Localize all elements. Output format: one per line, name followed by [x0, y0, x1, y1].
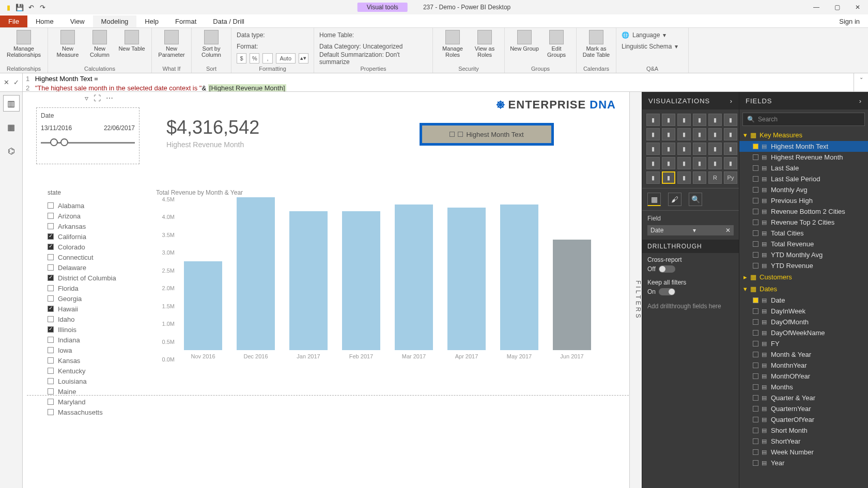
checkbox[interactable]: [753, 449, 758, 455]
checkbox[interactable]: [753, 219, 758, 225]
state-option[interactable]: Hawaii: [48, 304, 146, 314]
checkbox[interactable]: [48, 285, 54, 291]
field-item[interactable]: ▤Months: [739, 382, 868, 392]
collapse-pane-icon[interactable]: ›: [859, 97, 862, 105]
checkbox[interactable]: [48, 368, 54, 374]
viz-type-icon[interactable]: ▮: [677, 157, 691, 169]
field-item[interactable]: ▤Revenue Top 2 Cities: [739, 217, 868, 228]
chart-bar[interactable]: Nov 2016: [184, 261, 222, 359]
field-item[interactable]: ▤ShortYear: [739, 436, 868, 447]
chart-bar[interactable]: Mar 2017: [395, 204, 433, 359]
chevron-down-icon[interactable]: ▾: [693, 227, 696, 234]
viz-type-icon[interactable]: ▮: [693, 114, 706, 126]
chart-bar[interactable]: Feb 2017: [342, 211, 380, 359]
field-item[interactable]: ▤QuarternYear: [739, 403, 868, 414]
state-option[interactable]: Louisiana: [48, 376, 146, 386]
viz-type-icon[interactable]: ▮: [646, 128, 660, 140]
checkbox[interactable]: [753, 187, 758, 193]
checkbox[interactable]: [48, 409, 54, 415]
state-option[interactable]: Massachusetts: [48, 407, 146, 417]
viz-type-icon[interactable]: ▮: [662, 128, 675, 140]
state-slicer[interactable]: state AlabamaArizonaArkansasCaliforniaCo…: [48, 189, 146, 417]
cross-report-toggle[interactable]: [659, 265, 675, 273]
chart-bar[interactable]: Apr 2017: [447, 208, 486, 359]
checkbox[interactable]: [753, 417, 758, 422]
field-item[interactable]: ▤Total Cities: [739, 228, 868, 239]
new-table-button[interactable]: New Table: [117, 30, 146, 52]
state-option[interactable]: Florida: [48, 283, 146, 293]
expand-formula-icon[interactable]: ⌄: [854, 73, 868, 91]
viz-type-icon[interactable]: ▮: [662, 114, 675, 126]
checkbox[interactable]: [48, 202, 54, 209]
checkbox[interactable]: [753, 395, 758, 401]
field-item[interactable]: ▤Highest Revenue Month: [739, 152, 868, 163]
decimals-input[interactable]: Auto: [276, 53, 296, 64]
mark-date-table-button[interactable]: Mark as Date Table: [582, 30, 611, 58]
tab-modeling[interactable]: Modeling: [93, 15, 137, 27]
maximize-button[interactable]: ▢: [827, 0, 847, 14]
viz-type-icon[interactable]: ▮: [662, 157, 675, 169]
viz-type-icon[interactable]: ▮: [724, 114, 737, 126]
checkbox[interactable]: [753, 165, 758, 171]
field-item[interactable]: ▤Month & Year: [739, 349, 868, 360]
drillthrough-dropzone[interactable]: Add drillthrough fields here: [642, 298, 739, 314]
sign-in-link[interactable]: Sign in: [831, 15, 868, 27]
summarization-dropdown[interactable]: Default Summarization: Don't summarize: [319, 53, 427, 64]
checkbox[interactable]: [753, 198, 758, 203]
save-icon[interactable]: 💾: [16, 3, 24, 11]
chart-bar[interactable]: May 2017: [500, 204, 538, 359]
field-item[interactable]: ▤DayOfWeekName: [739, 327, 868, 338]
field-item[interactable]: ▤Revenue Bottom 2 Cities: [739, 206, 868, 217]
viz-type-icon[interactable]: ▮: [646, 114, 660, 126]
formula-input[interactable]: 1 Highest Month Text = 2 "The highest sa…: [23, 73, 854, 91]
checkbox[interactable]: [753, 230, 758, 236]
state-option[interactable]: California: [48, 231, 146, 242]
field-item[interactable]: ▤DayOfMonth: [739, 317, 868, 327]
checkbox[interactable]: [48, 275, 54, 281]
viz-type-icon[interactable]: ▮: [693, 128, 706, 140]
new-measure-button[interactable]: New Measure: [53, 30, 82, 58]
viz-type-icon[interactable]: ▮: [662, 143, 675, 155]
viz-type-icon[interactable]: R: [708, 171, 722, 184]
report-canvas[interactable]: ▿ ⛶ ⋯ ⎈ENTERPRISE DNA Date 13/11/2016 22…: [23, 92, 642, 488]
redo-icon[interactable]: ↷: [38, 3, 47, 11]
checkbox[interactable]: [48, 347, 54, 353]
checkbox[interactable]: [48, 337, 54, 343]
state-option[interactable]: Kentucky: [48, 366, 146, 376]
viz-type-icon[interactable]: ▮: [677, 114, 691, 126]
checkbox[interactable]: [753, 319, 758, 325]
checkbox[interactable]: [48, 244, 54, 250]
file-tab[interactable]: File: [0, 15, 27, 27]
checkbox[interactable]: [753, 352, 758, 357]
checkbox[interactable]: [753, 154, 758, 160]
checkbox[interactable]: [48, 223, 54, 229]
state-option[interactable]: Iowa: [48, 345, 146, 355]
state-option[interactable]: Alabama: [48, 200, 146, 211]
new-group-button[interactable]: New Group: [510, 30, 539, 52]
field-item[interactable]: ▤MonthnYear: [739, 360, 868, 371]
field-table[interactable]: ▸▦ Customers: [739, 271, 868, 283]
undo-icon[interactable]: ↶: [27, 3, 35, 11]
viz-type-icon[interactable]: ▮: [724, 143, 737, 155]
manage-relationships-button[interactable]: Manage Relationships: [5, 30, 42, 58]
field-item[interactable]: ▤YTD Monthly Avg: [739, 249, 868, 260]
field-item[interactable]: ▤Week Number: [739, 447, 868, 458]
checkbox[interactable]: [753, 384, 758, 390]
state-option[interactable]: Arizona: [48, 211, 146, 221]
checkbox[interactable]: [753, 373, 758, 379]
new-parameter-button[interactable]: New Parameter: [157, 30, 186, 58]
view-as-roles-button[interactable]: View as Roles: [470, 30, 499, 58]
checkbox[interactable]: [48, 295, 54, 302]
viz-type-icon[interactable]: ▮: [677, 171, 691, 184]
checkbox[interactable]: [753, 341, 758, 347]
state-option[interactable]: Illinois: [48, 324, 146, 335]
field-item[interactable]: ▤QuarterOfYear: [739, 414, 868, 425]
field-item[interactable]: ▤Last Sale Period: [739, 174, 868, 184]
datatype-label[interactable]: Data type:: [237, 32, 304, 39]
checkbox[interactable]: [48, 233, 54, 240]
field-item[interactable]: ▤Monthly Avg: [739, 184, 868, 195]
viz-type-icon[interactable]: Py: [724, 171, 737, 184]
tab-help[interactable]: Help: [136, 15, 167, 27]
new-column-button[interactable]: New Column: [85, 30, 114, 58]
state-option[interactable]: Idaho: [48, 314, 146, 324]
